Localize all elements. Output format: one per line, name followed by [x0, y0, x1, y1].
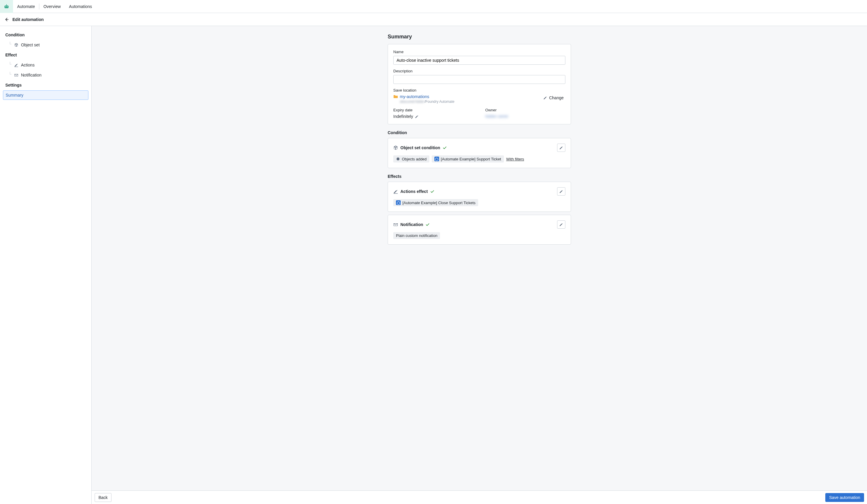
pencil-icon: [559, 222, 563, 227]
content-scroll: Summary Name Description Save location: [92, 26, 867, 490]
cube-icon: [14, 43, 19, 47]
folder-link[interactable]: my-automations: [400, 94, 429, 99]
tag-label: [Automate Example] Support Ticket: [441, 157, 501, 161]
arrow-left-icon: [4, 17, 9, 22]
content-wrap: Summary Name Description Save location: [92, 26, 867, 504]
change-location-button[interactable]: Change: [542, 94, 565, 101]
sidebar-section-effect: Effect: [3, 50, 88, 60]
pencil-icon: [559, 146, 563, 150]
condition-card-title: Object set condition: [400, 145, 440, 150]
expiry-label: Expiry date: [393, 108, 473, 112]
description-label: Description: [393, 69, 565, 73]
svg-point-1: [5, 6, 6, 7]
page-title: Summary: [388, 34, 571, 40]
tree-mark-icon: └: [9, 72, 12, 77]
path-hidden-segment: obscured-folder: [400, 100, 424, 104]
save-location-path: obscured-folder/Foundry Automate: [400, 100, 454, 104]
sidebar-item-label: Notification: [21, 73, 41, 77]
nav-brand[interactable]: Automate: [13, 0, 39, 13]
object-badge-icon: ◯: [435, 156, 439, 161]
subheader: Edit automation: [0, 13, 867, 26]
tag-objects-added: Objects added: [393, 155, 429, 163]
summary-card: Name Description Save location: [388, 44, 571, 124]
svg-rect-0: [4, 5, 8, 8]
effects-heading: Effects: [388, 174, 571, 179]
footer: Back Save automation: [92, 490, 867, 504]
topbar: Automate Overview Automations: [0, 0, 867, 13]
sidebar-item-notification[interactable]: └ Notification: [7, 70, 88, 80]
edit-condition-button[interactable]: [557, 144, 565, 152]
pencil-icon: [415, 114, 419, 119]
cube-icon: [393, 145, 398, 150]
expiry-value: Indefinitely: [393, 114, 413, 119]
change-label: Change: [549, 96, 564, 100]
condition-card: Object set condition: [388, 138, 571, 168]
tag-notification-type: Plain custom notification: [393, 232, 440, 239]
condition-heading: Condition: [388, 130, 571, 135]
pencil-icon: [559, 189, 563, 194]
check-icon: [430, 189, 435, 194]
tag-object-type: ◯ [Automate Example] Support Ticket: [432, 155, 504, 163]
owner-value: hidden owner: [485, 114, 565, 119]
sidebar-item-label: Object set: [21, 43, 40, 47]
name-label: Name: [393, 50, 565, 54]
tag-with-filters[interactable]: With filters: [506, 155, 527, 163]
edit-expiry-button[interactable]: [415, 114, 419, 119]
actions-icon: [14, 63, 19, 67]
svg-rect-3: [6, 4, 7, 5]
sidebar-item-summary[interactable]: Summary: [3, 90, 88, 100]
tag-label: Plain custom notification: [396, 233, 437, 238]
save-automation-button[interactable]: Save automation: [825, 493, 864, 502]
save-location-label: Save location: [393, 88, 565, 92]
tree-mark-icon: └: [9, 42, 12, 46]
layout: Condition └ Object set Effect └ Actions …: [0, 26, 867, 504]
envelope-icon: [14, 73, 19, 77]
envelope-icon: [393, 222, 398, 227]
notification-card-title: Notification: [400, 222, 423, 227]
sidebar-item-object-set[interactable]: └ Object set: [7, 40, 88, 50]
tag-label: With filters: [506, 157, 524, 161]
actions-icon: [393, 189, 398, 194]
actions-card-title: Actions effect: [400, 189, 428, 194]
path-suffix: /Foundry Automate: [424, 100, 454, 104]
object-badge-icon: ◯: [396, 200, 401, 205]
tag-action-name: ◯ [Automate Example] Close Support Ticke…: [393, 199, 478, 206]
nav-overview[interactable]: Overview: [39, 0, 65, 13]
sidebar-section-condition: Condition: [3, 30, 88, 40]
back-button[interactable]: Back: [95, 493, 111, 502]
robot-icon: [3, 3, 10, 9]
app-logo: [0, 0, 13, 13]
save-location-folder: my-automations: [393, 94, 454, 99]
check-icon: [443, 146, 447, 150]
content-inner: Summary Name Description Save location: [388, 32, 571, 482]
check-icon: [426, 222, 430, 227]
tag-label: [Automate Example] Close Support Tickets: [403, 200, 475, 205]
tree-mark-icon: └: [9, 62, 12, 66]
subheader-title: Edit automation: [12, 17, 44, 22]
description-input[interactable]: [393, 75, 565, 84]
actions-card: Actions effect ◯ [Automate Example]: [388, 182, 571, 212]
cube-icon: [396, 157, 400, 161]
tag-label: Objects added: [402, 157, 427, 161]
sidebar-section-settings: Settings: [3, 80, 88, 90]
folder-icon: [393, 94, 398, 99]
back-arrow-button[interactable]: [4, 17, 9, 22]
pencil-icon: [543, 96, 547, 100]
sidebar-item-label: Summary: [6, 93, 23, 98]
edit-actions-button[interactable]: [557, 187, 565, 196]
name-input[interactable]: [393, 56, 565, 65]
edit-notification-button[interactable]: [557, 220, 565, 229]
sidebar: Condition └ Object set Effect └ Actions …: [0, 26, 92, 504]
sidebar-item-label: Actions: [21, 63, 35, 67]
sidebar-item-actions[interactable]: └ Actions: [7, 60, 88, 70]
svg-point-2: [7, 6, 8, 7]
owner-label: Owner: [485, 108, 565, 112]
notification-card: Notification Plain custom notification: [388, 215, 571, 245]
nav-automations[interactable]: Automations: [65, 0, 96, 13]
